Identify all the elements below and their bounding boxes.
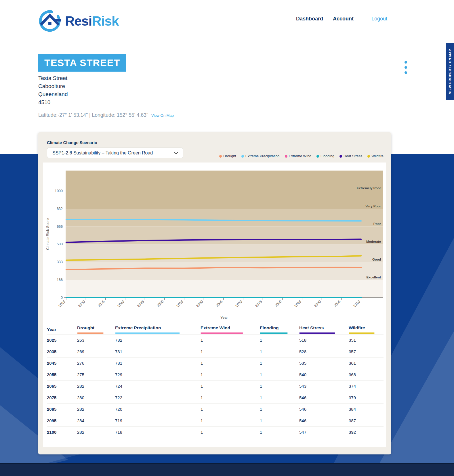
band-label: Extremely Poor [357,186,381,190]
value-cell: 528 [299,346,349,358]
value-cell: 1 [260,392,299,404]
x-tick-label: 2045 [136,299,145,308]
value-cell: 731 [115,346,201,358]
legend-dot-icon [367,155,370,158]
value-cell: 720 [115,404,201,415]
y-axis-title: Climate Risk Score [45,218,50,250]
value-cell: 357 [349,346,384,358]
nav-dashboard[interactable]: Dashboard [296,16,323,22]
climate-risk-chart: ExcellentGoodModeratePoorVery PoorExtrem… [43,163,386,321]
column-header-label: Flooding [260,325,278,332]
legend-item-extreme-wind[interactable]: Extreme Wind [285,154,312,158]
x-tick-label: 2040 [117,299,125,308]
column-header-extreme-precipitation: Extreme Precipitation [115,325,201,334]
brand-wordmark: ResiRisk [65,13,119,29]
value-cell: 387 [349,415,384,427]
x-tick-label: 2030 [77,299,86,308]
value-cell: 276 [77,358,115,369]
table-row: 205527572911540368 [47,369,384,381]
y-tick-label: 666 [57,225,63,229]
x-tick-label: 2085 [294,299,302,308]
value-cell: 546 [299,392,349,404]
band-label: Moderate [366,240,381,243]
value-cell: 543 [299,381,349,392]
value-cell: 731 [115,358,201,369]
table-row: 203526973111528357 [47,346,384,358]
x-tick-label: 2060 [195,299,204,308]
legend-label: Wildfire [371,154,384,158]
nav-account[interactable]: Account [333,16,354,22]
value-cell: 1 [260,427,299,438]
value-cell: 1 [260,358,299,369]
footer-bar [0,463,454,476]
column-header-extreme-wind: Extreme Wind [201,325,260,334]
chart-panel: ExcellentGoodModeratePoorVery PoorExtrem… [43,163,386,447]
x-tick-label: 2080 [274,299,283,308]
value-cell: 1 [201,427,260,438]
value-cell: 1 [260,404,299,415]
value-cell: 361 [349,358,384,369]
legend-dot-icon [316,155,319,158]
column-header-underline [115,332,180,334]
x-tick-label: 2050 [156,299,165,308]
legend-label: Drought [223,154,236,158]
longitude-text: Longitude: 152° 55' 4.63" [92,112,148,118]
value-cell: 263 [77,334,115,346]
band-label: Very Poor [365,204,381,208]
value-cell: 724 [115,381,201,392]
value-cell: 275 [77,369,115,381]
climate-risk-card: Climate Change Scenario SSP1-2.6 Sustain… [38,132,391,454]
x-tick-label: 2095 [333,299,342,308]
view-on-map-link[interactable]: View On Map [151,113,174,118]
brand-logo[interactable]: ResiRisk [38,9,119,33]
column-header-label: Year [47,327,56,334]
column-header-label: Extreme Wind [201,325,230,332]
legend-dot-icon [241,155,244,158]
property-address: Testa Street Caboolture Queensland 4510 [38,74,68,106]
x-axis-title: Year [220,315,228,320]
legend-item-heat-stress[interactable]: Heat Stress [339,154,362,158]
value-cell: 1 [260,381,299,392]
view-property-on-map-label: VIEW PROPERTY ON MAP [448,49,452,94]
legend-item-extreme-precipitation[interactable]: Extreme Precipitation [241,154,280,158]
value-cell: 1 [201,415,260,427]
value-cell: 1 [260,334,299,346]
table-row: 209528471911546387 [47,415,384,427]
column-header-underline [299,332,335,334]
value-cell: 280 [77,392,115,404]
year-cell: 2045 [47,358,77,369]
legend-item-flooding[interactable]: Flooding [316,154,334,158]
value-cell: 1 [201,404,260,415]
value-cell: 1 [260,415,299,427]
column-header-label: Extreme Precipitation [115,325,161,332]
value-cell: 535 [299,358,349,369]
view-property-on-map-tab[interactable]: VIEW PROPERTY ON MAP [446,43,454,100]
table-row: 204527673111535361 [47,358,384,369]
address-line: Queensland [38,90,68,98]
year-cell: 2095 [47,415,77,427]
value-cell: 547 [299,427,349,438]
chevron-down-icon [174,152,178,154]
nav-logout[interactable]: Logout [371,16,387,22]
kebab-menu-icon[interactable] [403,61,409,77]
y-tick-label: 1000 [55,189,63,193]
column-header-drought: Drought [77,325,115,334]
value-cell: 368 [349,369,384,381]
scenario-select[interactable]: SSP1-2.6 Sustainability – Taking the Gre… [47,148,183,158]
column-header-underline [349,332,375,334]
legend-label: Extreme Wind [289,154,312,158]
column-header-heat-stress: Heat Stress [299,325,349,334]
x-tick-label: 2070 [235,299,243,308]
table-row: 206528272411543374 [47,381,384,392]
legend-item-wildfire[interactable]: Wildfire [367,154,384,158]
legend-dot-icon [339,155,342,158]
house-circle-icon [38,9,62,33]
legend-item-drought[interactable]: Drought [219,154,236,158]
address-line: Caboolture [38,82,68,90]
y-tick-label: 832 [57,207,63,211]
table-row: 207528072211546379 [47,392,384,404]
value-cell: 546 [299,415,349,427]
column-header-label: Drought [77,325,94,332]
column-header-label: Heat Stress [299,325,324,332]
value-cell: 1 [201,381,260,392]
